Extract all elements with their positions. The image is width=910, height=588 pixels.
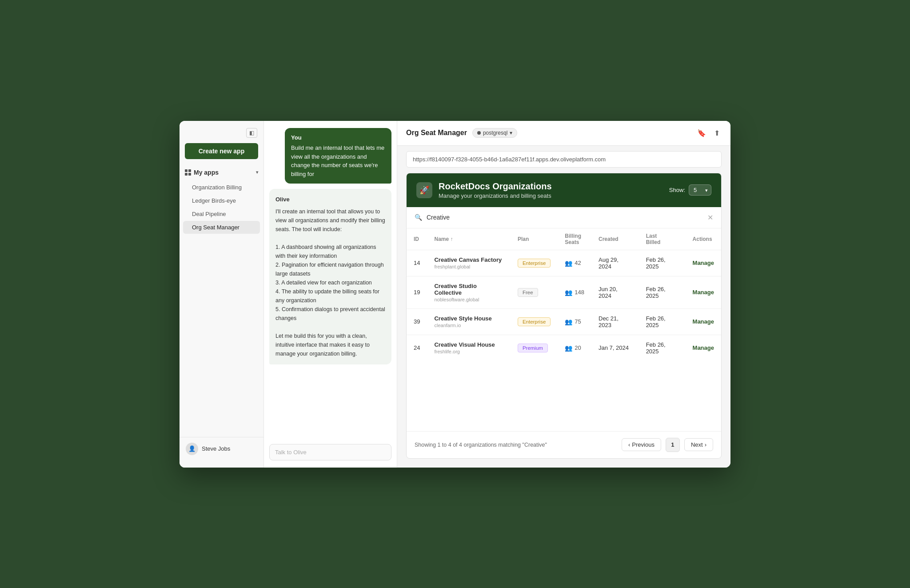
sidebar-item-org-seat-manager[interactable]: Org Seat Manager [183, 221, 260, 234]
cell-last-billed: Feb 26, 2025 [639, 308, 686, 335]
table-row: 19 Creative Studio Collective noblesoftw… [407, 276, 721, 308]
show-select[interactable]: 5 10 25 50 [689, 184, 711, 196]
create-new-app-button[interactable]: Create new app [185, 143, 258, 159]
page-title: Org Seat Manager [406, 129, 467, 137]
sidebar-toggle-area: ◧ [180, 128, 263, 143]
cell-name: Creative Canvas Factory freshplant.globa… [427, 250, 510, 276]
user-name: Steve Jobs [202, 445, 230, 452]
cell-created: Dec 21, 2023 [591, 308, 639, 335]
main-content: Org Seat Manager postgresql ▾ 🔖 ⬆ https:… [397, 121, 730, 468]
cell-created: Aug 29, 2024 [591, 250, 639, 276]
search-icon: 🔍 [415, 214, 422, 221]
cell-seats: 👥 75 [558, 308, 591, 335]
cell-seats: 👥 42 [558, 250, 591, 276]
page-1-button[interactable]: 1 [666, 438, 680, 452]
data-table: ID Name ↑ Plan BillingSeats Created Last… [407, 228, 721, 431]
db-dropdown-icon: ▾ [510, 130, 512, 136]
cell-plan: Enterprise [511, 250, 558, 276]
cell-created: Jan 7, 2024 [591, 335, 639, 361]
share-button[interactable]: ⬆ [712, 127, 722, 139]
seats-icon: 👥 [565, 344, 572, 352]
show-label: Show: [669, 187, 685, 193]
sidebar-item-org-billing[interactable]: Organization Billing [183, 181, 260, 194]
chat-user-label: You [291, 133, 385, 142]
col-id: ID [407, 228, 427, 250]
previous-button[interactable]: ‹ Previous [622, 438, 661, 451]
cell-id: 19 [407, 276, 427, 308]
manage-button[interactable]: Manage [693, 344, 714, 351]
cell-plan: Enterprise [511, 308, 558, 335]
cell-name: Creative Studio Collective noblesoftware… [427, 276, 510, 308]
chevron-left-icon: ‹ [628, 441, 630, 448]
app-icon: 🚀 [416, 182, 432, 198]
cell-id: 24 [407, 335, 427, 361]
chat-olive-message: I'll create an internal tool that allows… [275, 207, 385, 358]
cell-plan: Premium [511, 335, 558, 361]
cell-last-billed: Feb 26, 2025 [639, 335, 686, 361]
my-apps-header[interactable]: My apps ▾ [180, 166, 263, 179]
chat-bubble-user: You Build me an internal tool that lets … [285, 128, 391, 184]
app-window: ◧ Create new app My apps ▾ Organization … [180, 121, 730, 468]
show-select-wrapper: 5 10 25 50 [689, 184, 711, 196]
header-actions: 🔖 ⬆ [695, 127, 722, 139]
manage-button[interactable]: Manage [693, 318, 714, 325]
sidebar-nav: Organization Billing Ledger Birds-eye De… [180, 179, 263, 236]
url-bar: https://f8140097-f328-4055-b46d-1a6a287e… [406, 151, 722, 168]
chevron-right-icon: › [705, 441, 706, 448]
pagination-info: Showing 1 to 4 of 4 organizations matchi… [415, 442, 617, 448]
app-title-group: RocketDocs Organizations Manage your org… [439, 181, 663, 199]
cell-last-billed: Feb 26, 2025 [639, 276, 686, 308]
db-badge[interactable]: postgresql ▾ [472, 128, 517, 138]
sidebar: ◧ Create new app My apps ▾ Organization … [180, 121, 264, 468]
col-plan: Plan [511, 228, 558, 250]
cell-created: Jun 20, 2024 [591, 276, 639, 308]
db-status-dot [477, 131, 481, 135]
bookmark-button[interactable]: 🔖 [695, 127, 708, 139]
cell-action: Manage [686, 308, 721, 335]
app-header-banner: 🚀 RocketDocs Organizations Manage your o… [407, 173, 721, 207]
chat-input[interactable]: Talk to Olive [269, 444, 391, 460]
search-input[interactable] [427, 214, 703, 221]
cell-seats: 👥 148 [558, 276, 591, 308]
app-inner: 🚀 RocketDocs Organizations Manage your o… [406, 173, 722, 459]
chat-olive-label: Olive [275, 195, 385, 204]
app-title: RocketDocs Organizations [439, 181, 663, 192]
cell-name: Creative Style House cleanfarm.io [427, 308, 510, 335]
chat-bubble-olive: Olive I'll create an internal tool that … [269, 189, 391, 364]
show-control: Show: 5 10 25 50 [669, 184, 711, 196]
col-billing-seats: BillingSeats [558, 228, 591, 250]
chevron-down-icon: ▾ [256, 170, 258, 175]
cell-last-billed: Feb 26, 2025 [639, 250, 686, 276]
sidebar-footer: 👤 Steve Jobs [180, 437, 263, 460]
search-bar: 🔍 ✕ [407, 207, 721, 228]
pagination-bar: Showing 1 to 4 of 4 organizations matchi… [407, 431, 721, 458]
sidebar-item-ledger[interactable]: Ledger Birds-eye [183, 194, 260, 207]
table-row: 24 Creative Visual House freshlife.org P… [407, 335, 721, 361]
cell-name: Creative Visual House freshlife.org [427, 335, 510, 361]
cell-action: Manage [686, 250, 721, 276]
sidebar-item-deal-pipeline[interactable]: Deal Pipeline [183, 208, 260, 220]
my-apps-label: My apps [194, 169, 219, 176]
next-button[interactable]: Next › [684, 438, 713, 451]
cell-plan: Free [511, 276, 558, 308]
cell-id: 39 [407, 308, 427, 335]
manage-button[interactable]: Manage [693, 289, 714, 296]
db-label: postgresql [483, 130, 507, 136]
search-clear-button[interactable]: ✕ [707, 213, 713, 222]
col-actions: Actions [686, 228, 721, 250]
seats-icon: 👥 [565, 260, 572, 267]
avatar: 👤 [186, 443, 198, 455]
sidebar-collapse-button[interactable]: ◧ [246, 128, 257, 138]
grid-icon [185, 169, 191, 176]
col-name[interactable]: Name ↑ [427, 228, 510, 250]
cell-id: 14 [407, 250, 427, 276]
seats-icon: 👥 [565, 289, 572, 296]
col-last-billed: LastBilled [639, 228, 686, 250]
table-row: 39 Creative Style House cleanfarm.io Ent… [407, 308, 721, 335]
cell-seats: 👥 20 [558, 335, 591, 361]
cell-action: Manage [686, 335, 721, 361]
chat-panel: You Build me an internal tool that lets … [264, 121, 397, 468]
seats-icon: 👥 [565, 318, 572, 325]
manage-button[interactable]: Manage [693, 260, 714, 266]
app-subtitle: Manage your organizations and billing se… [439, 192, 663, 199]
